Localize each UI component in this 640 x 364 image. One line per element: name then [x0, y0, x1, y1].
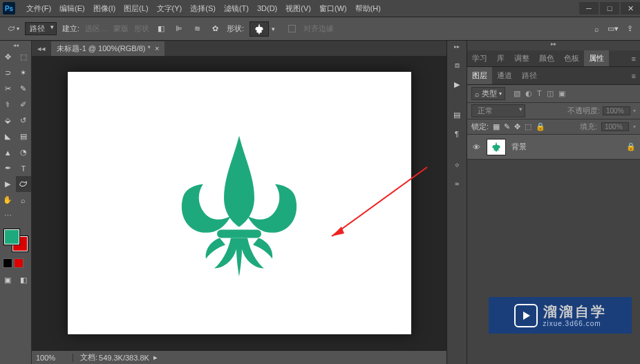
menu-window[interactable]: 窗口(W) — [315, 3, 351, 14]
quickmask-off[interactable] — [3, 258, 12, 268]
tab-properties[interactable]: 属性 — [584, 50, 609, 66]
menu-select[interactable]: 选择(S) — [186, 3, 220, 14]
panel-menu-2[interactable]: ≡ — [628, 72, 640, 80]
tab-libraries[interactable]: 库 — [492, 50, 509, 66]
panel-collapse[interactable]: ▸▸ — [467, 41, 640, 50]
brush-tool[interactable]: ✐ — [16, 97, 32, 113]
foreground-color[interactable] — [4, 229, 19, 245]
filter-pixel-icon[interactable]: ▧ — [514, 89, 520, 98]
tab-swatches[interactable]: 色板 — [559, 50, 584, 66]
lock-image-icon[interactable]: ✎ — [504, 122, 510, 131]
path-select-tool[interactable]: ▶ — [0, 176, 16, 192]
eyedropper-tool[interactable]: ✎ — [16, 81, 32, 97]
gear-icon[interactable]: ✿ — [209, 23, 221, 35]
doc-collapse[interactable]: ◂◂ — [32, 44, 51, 53]
menu-type[interactable]: 文字(Y) — [153, 3, 187, 14]
shape-button[interactable]: 形状 — [134, 23, 149, 34]
menu-view[interactable]: 视图(V) — [281, 3, 315, 14]
shape-picker[interactable] — [250, 21, 269, 37]
align-icon[interactable]: ⊫ — [173, 23, 185, 35]
menu-layer[interactable]: 图层(L) — [120, 3, 152, 14]
opacity-value[interactable]: 100% — [603, 106, 630, 115]
minimize-button[interactable]: ─ — [579, 2, 599, 15]
lock-artboard-icon[interactable]: ⬚ — [525, 122, 531, 131]
color-swatches[interactable] — [3, 229, 28, 253]
menu-3d[interactable]: 3D(D) — [253, 4, 281, 12]
canvas-viewport[interactable] — [32, 56, 446, 350]
tab-layers[interactable]: 图层 — [467, 67, 492, 84]
align-edges-checkbox[interactable] — [288, 25, 296, 32]
tab-color[interactable]: 颜色 — [534, 50, 559, 66]
panel-menu-1[interactable]: ≡ — [628, 55, 640, 63]
lock-transparency-icon[interactable]: ▦ — [493, 122, 500, 131]
artboard-tool[interactable]: ⬚ — [16, 49, 32, 65]
tab-paths[interactable]: 路径 — [517, 67, 542, 84]
mode-dropdown[interactable]: 路径 — [25, 22, 57, 35]
filter-shape-icon[interactable]: ◫ — [547, 89, 554, 98]
layer-name[interactable]: 背景 — [511, 142, 527, 152]
close-button[interactable]: ✕ — [621, 2, 640, 15]
zoom-field[interactable]: 100% — [32, 354, 73, 362]
mask-button[interactable]: 蒙版 — [113, 23, 129, 34]
hand-tool[interactable]: ✋ — [0, 192, 16, 208]
search-icon[interactable]: ⌕ — [594, 25, 599, 33]
blend-mode-dropdown[interactable]: 正常 — [471, 104, 525, 117]
menu-filter[interactable]: 滤镜(T) — [220, 3, 253, 14]
maximize-button[interactable]: □ — [600, 2, 619, 15]
stamp-tool[interactable]: ⬙ — [0, 113, 16, 128]
lock-icon[interactable]: 🔒 — [626, 142, 636, 151]
layer-row[interactable]: 👁 背景 🔒 — [467, 135, 640, 160]
custom-shape-tool[interactable] — [16, 176, 32, 192]
mid-collapse[interactable]: ▸▸ — [447, 44, 467, 55]
zoom-tool[interactable]: ⌕ — [16, 192, 32, 208]
tab-channels[interactable]: 通道 — [492, 67, 517, 84]
filter-smart-icon[interactable]: ▣ — [558, 89, 565, 98]
visibility-icon[interactable]: 👁 — [471, 143, 481, 151]
tool-preset-icon[interactable]: ▾ — [7, 23, 19, 35]
arrange-icon[interactable]: ≋ — [191, 23, 203, 35]
share-icon[interactable]: ⇪ — [627, 24, 633, 33]
brushes-panel-icon[interactable]: ≈ — [447, 175, 467, 193]
eraser-tool[interactable]: ◣ — [0, 128, 16, 144]
move-tool[interactable]: ✥ — [0, 49, 16, 65]
lock-all-icon[interactable]: 🔒 — [536, 122, 545, 131]
brush-settings-icon[interactable]: ⟐ — [447, 155, 467, 173]
menu-help[interactable]: 帮助(H) — [351, 3, 385, 14]
document-tab[interactable]: 未标题-1 @ 100%(RGB/8) * × — [51, 41, 164, 56]
edit-toolbar[interactable]: ⋯ — [0, 208, 16, 224]
fill-value[interactable]: 100% — [601, 122, 629, 131]
gradient-tool[interactable]: ▤ — [16, 128, 32, 144]
toolbox-collapse[interactable]: ◂◂ — [0, 42, 31, 49]
menu-image[interactable]: 图像(I) — [89, 3, 120, 14]
doc-info-flyout[interactable]: ▸ — [153, 353, 158, 362]
character-panel-icon[interactable]: ▤ — [447, 106, 467, 124]
filter-kind-dropdown[interactable]: ⌕类型▾ — [471, 87, 505, 100]
lasso-tool[interactable]: ⊃ — [0, 65, 16, 81]
tab-close-icon[interactable]: × — [155, 44, 159, 52]
paragraph-panel-icon[interactable]: ¶ — [447, 125, 467, 143]
screen-mode[interactable]: ▣ — [0, 272, 16, 288]
workspace-icon[interactable]: ▭▾ — [608, 24, 619, 33]
menu-edit[interactable]: 编辑(E) — [55, 3, 89, 14]
crop-tool[interactable]: ✂ — [0, 81, 16, 97]
path-ops-icon[interactable]: ◧ — [155, 23, 167, 35]
quickmask-on[interactable] — [14, 258, 23, 268]
menu-file[interactable]: 文件(F) — [22, 3, 55, 14]
blur-tool[interactable]: ▲ — [0, 144, 16, 160]
canvas[interactable] — [68, 72, 411, 334]
filter-adjust-icon[interactable]: ◐ — [525, 89, 532, 98]
tab-adjustments[interactable]: 调整 — [509, 50, 534, 66]
tab-learn[interactable]: 学习 — [467, 50, 492, 66]
type-tool[interactable]: T — [16, 160, 32, 176]
history-brush-tool[interactable]: ↺ — [16, 113, 32, 128]
healing-tool[interactable]: ⚕ — [0, 97, 16, 113]
quick-select-tool[interactable]: ✶ — [16, 65, 32, 81]
actions-panel-icon[interactable]: ▶ — [447, 75, 467, 93]
dodge-tool[interactable]: ◔ — [16, 144, 32, 160]
filter-type-icon[interactable]: T — [537, 89, 542, 98]
pen-tool[interactable]: ✒ — [0, 160, 16, 176]
selection-button[interactable]: 选区… — [85, 23, 108, 34]
history-panel-icon[interactable]: ⧈ — [447, 56, 467, 74]
layer-thumbnail[interactable] — [487, 139, 506, 155]
lock-position-icon[interactable]: ✥ — [514, 122, 520, 131]
